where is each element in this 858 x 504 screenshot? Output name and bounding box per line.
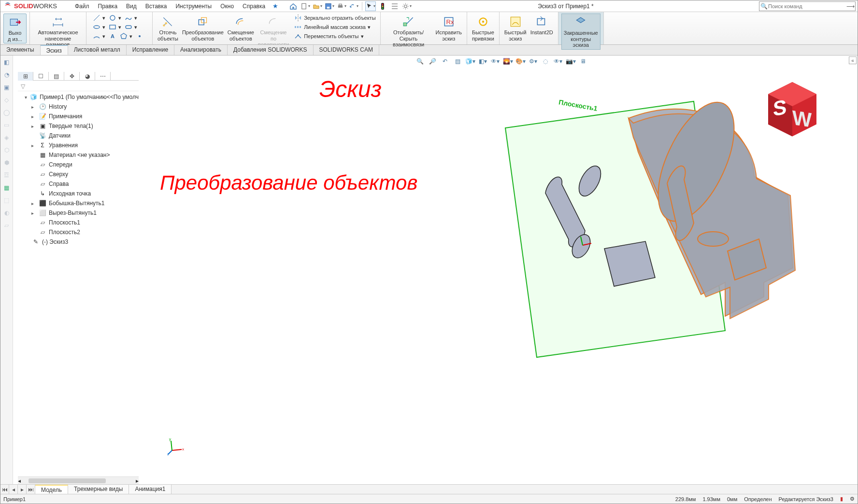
tree-tab-appearance[interactable]: ◕	[80, 72, 95, 81]
tree-top[interactable]: ▱Сверху	[31, 169, 139, 179]
first-tab-icon[interactable]: ⏮	[0, 485, 9, 494]
tree-right[interactable]: ▱Справа	[31, 179, 139, 189]
menu-insert[interactable]: Вставка	[141, 1, 172, 12]
pin-icon[interactable]: ★	[272, 2, 278, 10]
show-hide-relations-button[interactable]: Отобразить/Скрыть взаимосвязи	[384, 14, 434, 49]
tree-front[interactable]: ▱Спереди	[31, 160, 139, 169]
rapid-sketch-button[interactable]: Быстрый эскиз	[502, 14, 529, 42]
trim-button[interactable]: Отсечь объекты	[156, 14, 180, 42]
open-icon[interactable]	[312, 1, 323, 11]
rect-tool[interactable]: ▾	[107, 23, 123, 31]
new-doc-icon[interactable]	[300, 1, 311, 11]
tree-origin[interactable]: ↳Исходная точка	[31, 189, 139, 198]
prev-tab-icon[interactable]: ◂	[9, 485, 18, 494]
tab-features[interactable]: Элементы	[0, 45, 41, 55]
tree-solid-bodies[interactable]: ▸▣Твердые тела(1)	[31, 121, 139, 131]
tree-cut-extrude[interactable]: ▸⬜Вырез-Вытянуть1	[31, 208, 139, 218]
save-icon[interactable]	[324, 1, 335, 11]
tab-sheetmetal[interactable]: Листовой металл	[68, 45, 127, 55]
point-tool[interactable]	[134, 32, 145, 41]
ellipse-tool[interactable]: ▾	[91, 23, 107, 31]
lv-icon-6[interactable]: ▭	[2, 120, 12, 130]
tree-root[interactable]: ▾🧊Пример1 (По умолчанию<<По умолч	[25, 92, 139, 102]
home-icon[interactable]	[288, 1, 299, 11]
lv-icon-13[interactable]: ◐	[2, 208, 12, 218]
lv-icon-9[interactable]: ⬢	[2, 158, 12, 168]
tree-sensors[interactable]: 📡Датчики	[31, 131, 139, 140]
move-entities-button[interactable]: Переместить объекты▾	[293, 32, 377, 41]
lv-icon-12[interactable]: ⬚	[2, 196, 12, 205]
tab-addins[interactable]: Добавления SOLIDWORKS	[228, 45, 314, 55]
lv-icon-11[interactable]: ▦	[2, 183, 12, 193]
last-tab-icon[interactable]: ⏭	[27, 485, 35, 494]
tree-tab-feature[interactable]: ⊞	[18, 72, 33, 81]
menu-tools[interactable]: Инструменты	[171, 1, 216, 12]
tab-sketch[interactable]: Эскиз	[41, 45, 68, 55]
line-tool[interactable]: ▾	[91, 14, 107, 22]
shaded-sketch-button[interactable]: Закрашенные контуры эскиза	[561, 14, 601, 50]
convert-entities-button[interactable]: Преобразование объектов	[180, 14, 226, 42]
tree-tab-dim[interactable]: ✥	[64, 72, 80, 81]
lv-icon-8[interactable]: ⬡	[2, 145, 12, 155]
tab-evaluate[interactable]: Исправление	[127, 45, 174, 55]
tree-tab-config[interactable]: ▤	[49, 72, 64, 81]
lv-icon-4[interactable]: ◇	[2, 95, 12, 105]
next-tab-icon[interactable]: ▸	[18, 485, 27, 494]
tree-equations[interactable]: ▸ΣУравнения	[31, 140, 139, 150]
tree-scrollbar[interactable]: ◂▸	[18, 476, 139, 484]
undo-icon[interactable]	[348, 1, 359, 11]
arc-tool[interactable]: ▾	[91, 32, 107, 41]
tab-3dviews[interactable]: Трехмерные виды	[68, 485, 129, 494]
tree-history[interactable]: ▸🕑History	[31, 102, 139, 112]
search-go-icon[interactable]: ⟶	[845, 3, 855, 10]
circle-tool[interactable]: ▾	[107, 14, 123, 22]
search-input[interactable]	[768, 3, 845, 9]
repair-sketch-button[interactable]: Rx Исправить эскиз	[434, 14, 464, 42]
status-indicator-icon[interactable]: ▮	[840, 496, 843, 502]
tab-animation[interactable]: Анимация1	[129, 485, 172, 494]
exit-sketch-button[interactable]: Выхо д из...	[3, 14, 27, 43]
tab-cam[interactable]: SOLIDWORKS CAM	[314, 45, 379, 55]
lv-icon-7[interactable]: ◈	[2, 133, 12, 142]
tree-sketch3[interactable]: ✎(-) Эскиз3	[25, 237, 139, 247]
lv-icon-3[interactable]: ▣	[2, 83, 12, 92]
settings-gear-icon[interactable]	[401, 1, 412, 11]
status-gear-icon[interactable]: ⚙	[850, 496, 855, 502]
tab-analyze[interactable]: Анализировать	[174, 45, 228, 55]
menu-view[interactable]: Вид	[122, 1, 141, 12]
mirror-button[interactable]: Зеркально отразить объекты	[293, 14, 377, 22]
lv-icon-10[interactable]: ☲	[2, 170, 12, 180]
offset-entities-button[interactable]: Смещение объектов	[226, 14, 256, 42]
text-tool[interactable]: A	[107, 32, 118, 41]
spline-tool[interactable]: ▾	[123, 14, 139, 22]
tree-boss-extrude[interactable]: ▸⬛Бобышка-Вытянуть1	[31, 198, 139, 208]
tab-model[interactable]: Модель	[35, 485, 68, 494]
slot-tool[interactable]: ▾	[123, 23, 139, 31]
quick-snaps-button[interactable]: Быстрые привязки	[470, 14, 496, 42]
menu-edit[interactable]: Правка	[94, 1, 122, 12]
menu-file[interactable]: Файл	[71, 1, 94, 12]
lv-icon-14[interactable]: ▱	[2, 221, 12, 230]
options-list-icon[interactable]	[389, 1, 400, 11]
tree-filter[interactable]: ▽	[18, 82, 139, 91]
lv-icon-1[interactable]: ◧	[2, 57, 12, 67]
print-icon[interactable]	[336, 1, 347, 11]
tree-annotations[interactable]: ▸📝Примечания	[31, 112, 139, 121]
lv-icon-5[interactable]: ◯	[2, 108, 12, 117]
tree-tab-property[interactable]: ☐	[33, 72, 49, 81]
traffic-light-icon[interactable]	[377, 1, 388, 11]
smart-dimension-button[interactable]: ⟷ Автоматическое нанесение размеров	[33, 14, 83, 49]
polygon-tool[interactable]: ▾	[118, 32, 134, 41]
command-search[interactable]: 🔍 ⟶	[759, 1, 856, 11]
linear-pattern-button[interactable]: Линейный массив эскиза▾	[293, 23, 377, 31]
tree-plane2[interactable]: ▱Плоскость2	[31, 227, 139, 237]
select-cursor-icon[interactable]	[365, 1, 376, 11]
tree-material[interactable]: ▦Материал <не указан>	[31, 150, 139, 160]
menu-help[interactable]: Справка	[238, 1, 270, 12]
tree-tab-more[interactable]: ⋯	[95, 72, 111, 81]
menu-window[interactable]: Окно	[216, 1, 238, 12]
graphics-area[interactable]: 🔍 🔎 ↶ ▤ 🧊▾ ◧▾ 👁▾ 🌄▾ 🎨▾ ⚙▾ ◌ 👁▾ 📷▾ 🖥 « Эс…	[145, 56, 858, 484]
instant2d-button[interactable]: Instant2D	[529, 14, 555, 37]
tree-plane1[interactable]: ▱Плоскость1	[31, 218, 139, 227]
lv-icon-2[interactable]: ◔	[2, 70, 12, 80]
